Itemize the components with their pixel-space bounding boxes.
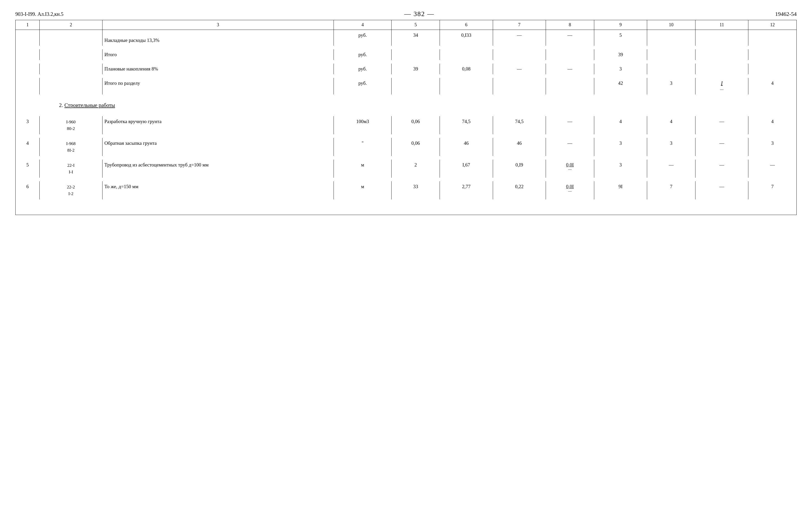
item-6-col10: 7 (647, 181, 695, 199)
itogo-razdelu-row: Итого по разделу руб. 42 3 I — 4 (16, 78, 797, 94)
section2-header-cell: 2. Строительные работы (16, 94, 797, 112)
item-5-col10: — (647, 160, 695, 178)
cell-nakladnye-1 (16, 30, 40, 46)
cell-itogo-9: 39 (594, 49, 647, 60)
cell-ir-6 (440, 78, 493, 94)
item-3-unit: 100м3 (334, 116, 392, 134)
section2-title: 2. Строительные работы (59, 102, 115, 108)
col-9-header: 9 (594, 20, 647, 30)
item-4-col5: 0,06 (392, 138, 440, 156)
cell-ir-2 (40, 78, 102, 94)
item-6-unit: м (334, 181, 392, 199)
header-center: — 382 — (404, 10, 434, 18)
item-6-row: 6 22-2I-2 То же, д=150 мм м 33 2,77 0,22… (16, 181, 797, 199)
cell-itogo-11 (695, 49, 748, 60)
cell-plan-1 (16, 64, 40, 74)
cell-nakladnye-12 (748, 30, 797, 46)
item-6-col6: 2,77 (440, 181, 493, 199)
col-12-header: 12 (748, 20, 797, 30)
spacer-3 (16, 74, 797, 78)
main-table: 1 2 3 4 5 6 7 8 9 10 11 12 Накладные рас… (15, 20, 797, 215)
cell-plan-2 (40, 64, 102, 74)
cell-nakladnye-7: — (493, 30, 546, 46)
cell-itogo-8 (546, 49, 594, 60)
cell-plan-9: 3 (594, 64, 647, 74)
cell-nakladnye-2 (40, 30, 102, 46)
cell-itogo-4: руб. (334, 49, 392, 60)
col-1-header: 1 (16, 20, 40, 30)
cell-ir-1 (16, 78, 40, 94)
spacer-1 (16, 46, 797, 49)
item-3-col9: 4 (594, 116, 647, 134)
itogo-row: Итого руб. 39 (16, 49, 797, 60)
col-7-header: 7 (493, 20, 546, 30)
item-4-col10: 3 (647, 138, 695, 156)
cell-nakladnye-10 (647, 30, 695, 46)
cell-itogo-5 (392, 49, 440, 60)
item-5-col8-val: 0,0I (566, 162, 574, 168)
item-4-col12: 3 (748, 138, 797, 156)
item-5-col8-sub: — (568, 168, 572, 171)
item-3-col5: 0,06 (392, 116, 440, 134)
item-4-col8: — (546, 138, 594, 156)
item-5-row: 5 22-II-I Трубопровод из асбестоце­ментн… (16, 160, 797, 178)
cell-ir-4: руб. (334, 78, 392, 94)
cell-ir-5 (392, 78, 440, 94)
item-4-unit: " (334, 138, 392, 156)
cell-nakladnye-6: 0,I33 (440, 30, 493, 46)
section2-header-row: 2. Строительные работы (16, 94, 797, 112)
item-3-num: 3 (16, 116, 40, 134)
header-right: 19462-54 (775, 11, 797, 17)
item-6-col5: 33 (392, 181, 440, 199)
spacer-cell-1 (16, 46, 797, 49)
page-header: 903-I-I99. Ал.I3.2,кн.5 — 382 — 19462-54 (15, 10, 797, 18)
cell-nakladnye-4: руб. (334, 30, 392, 46)
spacer-5 (16, 134, 797, 138)
item-5-num: 5 (16, 160, 40, 178)
cell-nakladnye-3: Накладные расходы 13,3% (102, 30, 334, 46)
cell-ir-3: Итого по разделу (102, 78, 334, 94)
col-8-header: 8 (546, 20, 594, 30)
col-6-header: 6 (440, 20, 493, 30)
item-3-col8: — (546, 116, 594, 134)
item-5-col9: 3 (594, 160, 647, 178)
cell-ir-8 (546, 78, 594, 94)
item-4-col11: — (695, 138, 748, 156)
item-4-desc: Обратная засыпка грунта (102, 138, 334, 156)
col-11-header: 11 (695, 20, 748, 30)
item-5-unit: м (334, 160, 392, 178)
cell-plan-3: Плановые накопления 8% (102, 64, 334, 74)
cell-ir-9: 42 (594, 78, 647, 94)
cell-ir-10: 3 (647, 78, 695, 94)
spacer-4 (16, 112, 797, 116)
col-4-header: 4 (334, 20, 392, 30)
item-4-num: 4 (16, 138, 40, 156)
item-3-row: 3 I-96080-2 Разработка вручную грунта 10… (16, 116, 797, 134)
cell-plan-10 (647, 64, 695, 74)
cell-itogo-2 (40, 49, 102, 60)
cell-itogo-1 (16, 49, 40, 60)
cell-itogo-12 (748, 49, 797, 60)
cell-ir-7 (493, 78, 546, 94)
item-3-col7: 74,5 (493, 116, 546, 134)
item-4-id: I-9688I-2 (40, 138, 102, 156)
cell-plan-6: 0,08 (440, 64, 493, 74)
item-3-col11: — (695, 116, 748, 134)
cell-ir-11: I — (695, 78, 748, 94)
cell-itogo-10 (647, 49, 695, 60)
item-5-desc: Трубопровод из асбестоце­ментных труб д=… (102, 160, 334, 178)
spacer-cell-5 (16, 134, 797, 138)
col-3-header: 3 (102, 20, 334, 30)
item-5-col12: — (748, 160, 797, 178)
item-6-col11: — (695, 181, 748, 199)
header-left: 903-I-I99. Ал.I3.2,кн.5 (15, 11, 63, 17)
col-2-header: 2 (40, 20, 102, 30)
cell-plan-5: 39 (392, 64, 440, 74)
spacer-cell-3 (16, 74, 797, 78)
cell-itogo-6 (440, 49, 493, 60)
item-5-col11: — (695, 160, 748, 178)
item-5-col8: 0,0I — (546, 160, 594, 178)
item-4-col7: 46 (493, 138, 546, 156)
bottom-padding-row (16, 199, 797, 215)
planovye-row: Плановые накопления 8% руб. 39 0,08 — — … (16, 64, 797, 74)
